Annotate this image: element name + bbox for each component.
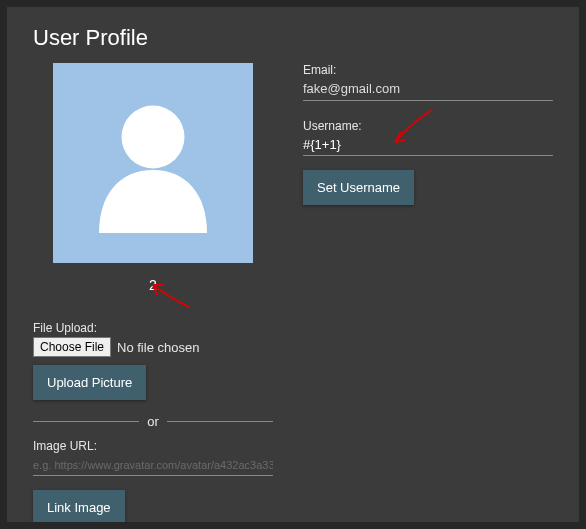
file-upload-section: File Upload: Choose File No file chosen … <box>33 321 273 400</box>
image-url-input[interactable] <box>33 455 273 476</box>
separator-text: or <box>147 414 159 429</box>
user-profile-panel: User Profile 2 File Upload: Choose File … <box>7 7 579 522</box>
columns: 2 File Upload: Choose File No file chose… <box>33 63 553 522</box>
username-label: Username: <box>303 119 553 133</box>
separator-line-right <box>167 421 273 422</box>
upload-picture-button[interactable]: Upload Picture <box>33 365 146 400</box>
right-column: Email: fake@gmail.com Username: Set User… <box>303 63 553 522</box>
page-title: User Profile <box>33 25 553 51</box>
email-value: fake@gmail.com <box>303 81 400 96</box>
email-label: Email: <box>303 63 553 77</box>
image-url-label: Image URL: <box>33 439 273 453</box>
link-image-button[interactable]: Link Image <box>33 490 125 522</box>
user-silhouette-icon <box>78 86 228 240</box>
file-upload-label: File Upload: <box>33 321 273 335</box>
separator: or <box>33 414 273 429</box>
file-status: No file chosen <box>117 340 199 355</box>
svg-point-0 <box>122 106 185 169</box>
choose-file-button[interactable]: Choose File <box>33 337 111 357</box>
image-url-section: Image URL: Link Image <box>33 439 273 522</box>
separator-line-left <box>33 421 139 422</box>
set-username-button[interactable]: Set Username <box>303 170 414 205</box>
avatar-caption: 2 <box>33 277 273 293</box>
email-field: Email: fake@gmail.com <box>303 63 553 101</box>
avatar <box>53 63 253 263</box>
username-input[interactable] <box>303 135 553 156</box>
username-field: Username: Set Username <box>303 119 553 205</box>
left-column: 2 File Upload: Choose File No file chose… <box>33 63 273 522</box>
